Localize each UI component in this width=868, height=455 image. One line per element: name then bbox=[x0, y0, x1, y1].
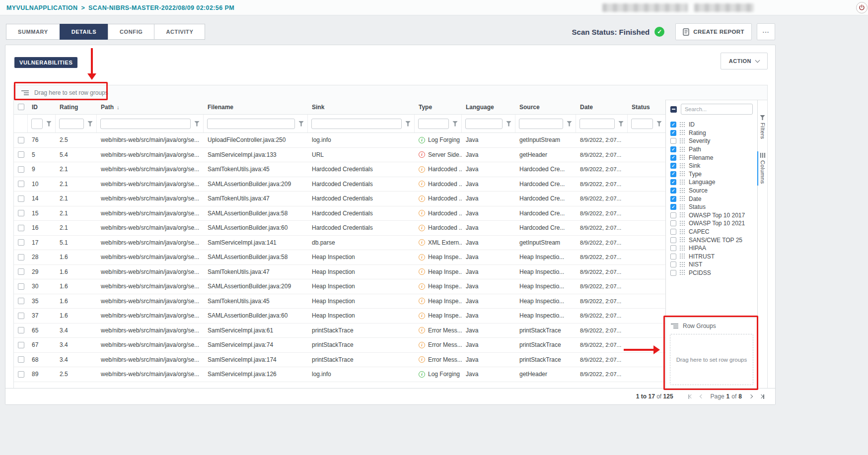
drag-grip-icon[interactable] bbox=[680, 171, 685, 177]
column-checkbox[interactable] bbox=[670, 245, 676, 251]
column-header-language[interactable]: Language bbox=[462, 100, 515, 114]
column-checkbox[interactable] bbox=[670, 204, 676, 210]
drag-grip-icon[interactable] bbox=[680, 270, 685, 275]
table-row[interactable]: 371.6web/nibrs-web/src/main/java/org/se.… bbox=[14, 309, 665, 324]
column-header-status[interactable]: Status bbox=[628, 100, 665, 114]
drag-grip-icon[interactable] bbox=[680, 130, 685, 135]
table-row[interactable]: 152.1web/nibrs-web/src/main/java/org/se.… bbox=[14, 206, 665, 221]
column-header-type[interactable]: Type bbox=[415, 100, 462, 114]
drag-grip-icon[interactable] bbox=[680, 237, 685, 243]
filter-input-path[interactable] bbox=[100, 119, 191, 129]
column-toggle-item[interactable]: CAPEC bbox=[666, 228, 757, 236]
drag-grip-icon[interactable] bbox=[680, 138, 685, 144]
drag-grip-icon[interactable] bbox=[680, 196, 685, 201]
column-checkbox[interactable] bbox=[670, 155, 676, 161]
filter-input-id[interactable] bbox=[31, 119, 43, 129]
row-checkbox[interactable] bbox=[18, 151, 24, 158]
table-row[interactable]: 351.6web/nibrs-web/src/main/java/org/se.… bbox=[14, 294, 665, 309]
column-header-sink[interactable]: Sink bbox=[308, 100, 415, 114]
drag-grip-icon[interactable] bbox=[680, 180, 685, 185]
table-row[interactable]: 281.6web/nibrs-web/src/main/java/org/se.… bbox=[14, 250, 665, 265]
column-toggle-item[interactable]: Severity bbox=[666, 137, 757, 145]
drag-grip-icon[interactable] bbox=[680, 254, 685, 259]
table-row[interactable]: 653.4web/nibrs-web/src/main/java/org/se.… bbox=[14, 324, 665, 338]
column-toggle-item[interactable]: OWASP Top 10 2017 bbox=[666, 211, 757, 220]
table-row[interactable]: 102.1web/nibrs-web/src/main/java/org/se.… bbox=[14, 177, 665, 192]
row-checkbox[interactable] bbox=[18, 283, 24, 290]
column-toggle-item[interactable]: HITRUST bbox=[666, 253, 757, 261]
first-page-button[interactable] bbox=[688, 394, 693, 399]
column-toggle-item[interactable]: NIST bbox=[666, 260, 757, 269]
column-toggle-item[interactable]: Status bbox=[666, 203, 757, 211]
prev-page-button[interactable] bbox=[700, 395, 703, 398]
drag-grip-icon[interactable] bbox=[680, 229, 685, 235]
column-checkbox[interactable] bbox=[670, 261, 676, 267]
drag-grip-icon[interactable] bbox=[680, 212, 685, 218]
column-toggle-item[interactable]: OWASP Top 10 2021 bbox=[666, 219, 757, 228]
filter-input-type[interactable] bbox=[418, 119, 449, 129]
filter-input-date[interactable] bbox=[579, 119, 615, 129]
next-page-button[interactable] bbox=[749, 395, 752, 398]
column-toggle-item[interactable]: Rating bbox=[666, 129, 757, 137]
row-checkbox[interactable] bbox=[18, 342, 24, 348]
drag-grip-icon[interactable] bbox=[680, 204, 685, 210]
column-checkbox[interactable] bbox=[670, 171, 676, 177]
row-checkbox[interactable] bbox=[18, 137, 24, 143]
column-toggle-item[interactable]: Type bbox=[666, 170, 757, 179]
filter-funnel-icon[interactable] bbox=[452, 121, 458, 127]
tab-details[interactable]: DETAILS bbox=[60, 24, 108, 40]
row-checkbox[interactable] bbox=[18, 356, 24, 363]
row-checkbox[interactable] bbox=[18, 166, 24, 173]
filter-funnel-icon[interactable] bbox=[506, 121, 511, 127]
table-row[interactable]: 55.4web/nibrs-web/src/main/java/org/se..… bbox=[14, 148, 665, 163]
column-checkbox[interactable] bbox=[670, 163, 676, 169]
tab-activity[interactable]: ACTIVITY bbox=[154, 24, 205, 40]
column-checkbox[interactable] bbox=[670, 188, 676, 194]
filter-input-source[interactable] bbox=[519, 119, 563, 129]
column-checkbox[interactable] bbox=[670, 229, 676, 235]
filter-funnel-icon[interactable] bbox=[618, 121, 624, 127]
toggle-all-columns-checkbox[interactable] bbox=[670, 106, 677, 113]
create-report-button[interactable]: CREATE REPORT bbox=[675, 23, 752, 40]
table-row[interactable]: 162.1web/nibrs-web/src/main/java/org/se.… bbox=[14, 221, 665, 236]
table-row[interactable]: 92.1web/nibrs-web/src/main/java/org/se..… bbox=[14, 162, 665, 177]
filter-funnel-icon[interactable] bbox=[194, 121, 200, 127]
table-row[interactable]: 673.4web/nibrs-web/src/main/java/org/se.… bbox=[14, 338, 665, 353]
column-checkbox[interactable] bbox=[670, 179, 676, 185]
filter-funnel-icon[interactable] bbox=[46, 121, 52, 127]
table-row[interactable]: 762.5web/nibrs-web/src/main/java/org/se.… bbox=[14, 133, 665, 148]
table-row[interactable]: 175.1web/nibrs-web/src/main/java/org/se.… bbox=[14, 236, 665, 251]
row-checkbox[interactable] bbox=[18, 195, 24, 202]
filter-funnel-icon[interactable] bbox=[656, 121, 662, 127]
breadcrumb-app-link[interactable]: MYVULNAPPLICATION bbox=[6, 4, 77, 11]
column-checkbox[interactable] bbox=[670, 212, 676, 218]
row-checkbox[interactable] bbox=[18, 181, 24, 187]
drag-grip-icon[interactable] bbox=[680, 246, 685, 251]
column-checkbox[interactable] bbox=[670, 122, 676, 128]
column-toggle-item[interactable]: Filename bbox=[666, 153, 757, 162]
logout-power-button[interactable] bbox=[856, 2, 868, 13]
table-row[interactable]: 291.6web/nibrs-web/src/main/java/org/se.… bbox=[14, 265, 665, 280]
column-toggle-item[interactable]: Source bbox=[666, 187, 757, 195]
filter-input-filename[interactable] bbox=[207, 119, 295, 129]
side-tab-columns[interactable]: Columns bbox=[758, 151, 767, 185]
row-checkbox[interactable] bbox=[18, 371, 24, 378]
tab-config[interactable]: CONFIG bbox=[108, 24, 154, 40]
more-options-button[interactable]: ... bbox=[757, 23, 775, 40]
table-row[interactable]: 142.1web/nibrs-web/src/main/java/org/se.… bbox=[14, 192, 665, 206]
column-checkbox[interactable] bbox=[670, 270, 676, 276]
column-toggle-item[interactable]: Language bbox=[666, 178, 757, 187]
filter-input-rating[interactable] bbox=[59, 119, 84, 129]
column-toggle-item[interactable]: HIPAA bbox=[666, 244, 757, 253]
drag-grip-icon[interactable] bbox=[680, 262, 685, 267]
column-search-input[interactable] bbox=[681, 104, 753, 115]
column-toggle-item[interactable]: ID bbox=[666, 121, 757, 129]
table-row[interactable]: 301.6web/nibrs-web/src/main/java/org/se.… bbox=[14, 279, 665, 294]
column-checkbox[interactable] bbox=[670, 130, 676, 136]
table-row[interactable]: 892.5web/nibrs-web/src/main/java/org/se.… bbox=[14, 367, 665, 382]
column-toggle-item[interactable]: Sink bbox=[666, 162, 757, 170]
drag-grip-icon[interactable] bbox=[680, 147, 685, 152]
drag-grip-icon[interactable] bbox=[680, 155, 685, 160]
column-header-filename[interactable]: Filename bbox=[204, 100, 308, 114]
side-tab-filters[interactable]: Filters bbox=[758, 114, 767, 140]
